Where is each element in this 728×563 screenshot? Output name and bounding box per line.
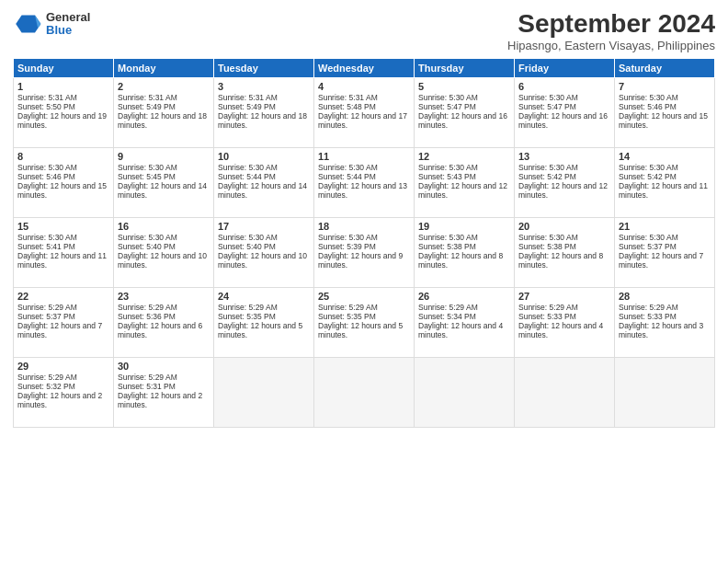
day-info: Sunset: 5:40 PM — [118, 242, 210, 251]
day-info: Sunrise: 5:30 AM — [619, 163, 711, 172]
title-block: September 2024 Hipasngo, Eastern Visayas… — [507, 9, 715, 52]
day-info: Daylight: 12 hours and 14 minutes. — [118, 181, 210, 200]
day-info: Daylight: 12 hours and 9 minutes. — [318, 251, 410, 270]
calendar-cell: 1Sunrise: 5:31 AMSunset: 5:50 PMDaylight… — [14, 78, 114, 148]
day-info: Sunset: 5:39 PM — [318, 242, 410, 251]
calendar-cell: 25Sunrise: 5:29 AMSunset: 5:35 PMDayligh… — [314, 288, 415, 358]
day-info: Daylight: 12 hours and 11 minutes. — [17, 251, 109, 270]
calendar-week-4: 22Sunrise: 5:29 AMSunset: 5:37 PMDayligh… — [14, 288, 715, 358]
day-info: Sunset: 5:34 PM — [418, 312, 510, 321]
logo-general-text: General — [46, 11, 90, 24]
day-info: Sunset: 5:44 PM — [318, 172, 410, 181]
day-info: Sunrise: 5:30 AM — [518, 233, 610, 242]
calendar-cell — [415, 358, 515, 428]
calendar-cell: 23Sunrise: 5:29 AMSunset: 5:36 PMDayligh… — [114, 288, 214, 358]
calendar-body: 1Sunrise: 5:31 AMSunset: 5:50 PMDaylight… — [14, 78, 715, 428]
calendar-cell — [314, 358, 415, 428]
day-info: Sunrise: 5:30 AM — [218, 233, 310, 242]
day-number: 9 — [118, 151, 210, 162]
day-number: 8 — [17, 151, 109, 162]
day-info: Sunrise: 5:29 AM — [418, 303, 510, 312]
day-number: 7 — [619, 81, 711, 92]
day-info: Daylight: 12 hours and 14 minutes. — [218, 181, 310, 200]
day-info: Sunset: 5:43 PM — [418, 172, 510, 181]
day-info: Sunrise: 5:30 AM — [118, 163, 210, 172]
day-number: 26 — [418, 291, 510, 302]
calendar-cell: 26Sunrise: 5:29 AMSunset: 5:34 PMDayligh… — [415, 288, 515, 358]
day-info: Sunrise: 5:29 AM — [118, 303, 210, 312]
day-info: Daylight: 12 hours and 18 minutes. — [118, 111, 210, 130]
calendar-cell: 7Sunrise: 5:30 AMSunset: 5:46 PMDaylight… — [615, 78, 715, 148]
calendar-cell: 13Sunrise: 5:30 AMSunset: 5:42 PMDayligh… — [515, 148, 615, 218]
calendar-cell: 4Sunrise: 5:31 AMSunset: 5:48 PMDaylight… — [314, 78, 415, 148]
logo: General Blue — [13, 9, 90, 39]
calendar-cell: 5Sunrise: 5:30 AMSunset: 5:47 PMDaylight… — [415, 78, 515, 148]
day-info: Daylight: 12 hours and 15 minutes. — [619, 111, 711, 130]
day-info: Sunset: 5:36 PM — [118, 312, 210, 321]
day-number: 18 — [318, 221, 410, 232]
calendar-cell: 18Sunrise: 5:30 AMSunset: 5:39 PMDayligh… — [314, 218, 415, 288]
day-info: Sunrise: 5:31 AM — [118, 93, 210, 102]
calendar-cell: 8Sunrise: 5:30 AMSunset: 5:46 PMDaylight… — [14, 148, 114, 218]
day-header-thursday: Thursday — [415, 59, 515, 78]
day-number: 14 — [619, 151, 711, 162]
day-info: Sunset: 5:35 PM — [318, 312, 410, 321]
day-info: Sunset: 5:46 PM — [619, 102, 711, 111]
day-info: Sunset: 5:35 PM — [218, 312, 310, 321]
day-info: Daylight: 12 hours and 10 minutes. — [118, 251, 210, 270]
day-info: Sunrise: 5:30 AM — [318, 163, 410, 172]
day-info: Sunset: 5:41 PM — [17, 242, 109, 251]
day-info: Daylight: 12 hours and 8 minutes. — [518, 251, 610, 270]
day-info: Daylight: 12 hours and 5 minutes. — [218, 321, 310, 339]
day-header-friday: Friday — [515, 59, 615, 78]
calendar-cell: 24Sunrise: 5:29 AMSunset: 5:35 PMDayligh… — [214, 288, 314, 358]
day-number: 4 — [318, 81, 410, 92]
day-info: Daylight: 12 hours and 6 minutes. — [118, 321, 210, 339]
day-number: 16 — [118, 221, 210, 232]
day-info: Daylight: 12 hours and 12 minutes. — [518, 181, 610, 200]
day-info: Sunrise: 5:29 AM — [619, 303, 711, 312]
day-header-saturday: Saturday — [615, 59, 715, 78]
day-number: 20 — [518, 221, 610, 232]
day-info: Sunset: 5:37 PM — [17, 312, 109, 321]
day-info: Daylight: 12 hours and 19 minutes. — [17, 111, 109, 130]
day-info: Sunset: 5:48 PM — [318, 102, 410, 111]
day-info: Daylight: 12 hours and 7 minutes. — [17, 321, 109, 339]
calendar-cell: 20Sunrise: 5:30 AMSunset: 5:38 PMDayligh… — [515, 218, 615, 288]
day-info: Sunset: 5:37 PM — [619, 242, 711, 251]
day-header-monday: Monday — [114, 59, 214, 78]
day-info: Sunset: 5:45 PM — [118, 172, 210, 181]
day-number: 1 — [17, 81, 109, 92]
day-info: Sunset: 5:49 PM — [218, 102, 310, 111]
day-info: Daylight: 12 hours and 4 minutes. — [418, 321, 510, 339]
day-info: Sunset: 5:38 PM — [418, 242, 510, 251]
calendar-cell: 30Sunrise: 5:29 AMSunset: 5:31 PMDayligh… — [114, 358, 214, 428]
day-info: Sunrise: 5:31 AM — [17, 93, 109, 102]
day-header-sunday: Sunday — [14, 59, 114, 78]
day-info: Sunset: 5:33 PM — [518, 312, 610, 321]
day-info: Daylight: 12 hours and 15 minutes. — [17, 181, 109, 200]
day-number: 5 — [418, 81, 510, 92]
logo-icon — [13, 9, 42, 39]
location: Hipasngo, Eastern Visayas, Philippines — [507, 39, 715, 52]
day-info: Sunrise: 5:30 AM — [17, 163, 109, 172]
day-number: 13 — [518, 151, 610, 162]
day-info: Sunrise: 5:30 AM — [118, 233, 210, 242]
calendar-week-2: 8Sunrise: 5:30 AMSunset: 5:46 PMDaylight… — [14, 148, 715, 218]
calendar-table: SundayMondayTuesdayWednesdayThursdayFrid… — [13, 58, 715, 428]
day-info: Daylight: 12 hours and 8 minutes. — [418, 251, 510, 270]
day-number: 30 — [118, 361, 210, 372]
day-info: Sunrise: 5:30 AM — [619, 233, 711, 242]
day-info: Daylight: 12 hours and 13 minutes. — [318, 181, 410, 200]
calendar-cell: 2Sunrise: 5:31 AMSunset: 5:49 PMDaylight… — [114, 78, 214, 148]
calendar-cell: 16Sunrise: 5:30 AMSunset: 5:40 PMDayligh… — [114, 218, 214, 288]
day-info: Sunrise: 5:29 AM — [118, 373, 210, 382]
day-number: 3 — [218, 81, 310, 92]
day-info: Sunrise: 5:31 AM — [218, 93, 310, 102]
calendar-cell: 28Sunrise: 5:29 AMSunset: 5:33 PMDayligh… — [615, 288, 715, 358]
month-title: September 2024 — [507, 9, 715, 39]
logo-blue-text: Blue — [46, 24, 90, 37]
day-number: 24 — [218, 291, 310, 302]
day-number: 17 — [218, 221, 310, 232]
calendar-cell: 15Sunrise: 5:30 AMSunset: 5:41 PMDayligh… — [14, 218, 114, 288]
